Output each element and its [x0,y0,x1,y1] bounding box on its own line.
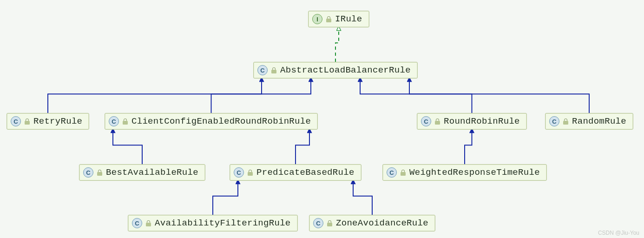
class-icon: C [83,167,93,178]
node-label: AbstractLoadBalancerRule [280,65,411,75]
node-label: BestAvailableRule [106,167,198,178]
edge-alb-to-irule [335,28,339,62]
lock-icon [271,67,276,73]
node-label: RandomRule [572,116,626,126]
node-pbr[interactable]: CPredicateBasedRule [230,164,361,181]
node-label: WeightedResponseTimeRule [409,167,540,178]
edge-random-to-alb [360,79,589,113]
node-label: PredicateBasedRule [256,167,355,178]
class-icon: C [11,116,21,126]
node-label: RetryRule [33,116,82,126]
node-label: ClientConfigEnabledRoundRobinRule [131,116,311,126]
node-random[interactable]: CRandomRule [545,113,633,130]
node-label: AvailabilityFilteringRule [155,218,291,228]
lock-icon [326,16,331,22]
lock-icon [97,170,102,176]
lock-icon [248,170,253,176]
node-retry[interactable]: CRetryRule [7,113,89,130]
edge-rrr-to-alb [409,79,472,113]
node-afr[interactable]: CAvailabilityFilteringRule [128,215,298,231]
edge-ccerr-to-alb [211,79,311,113]
watermark: CSDN @Jiu-You [598,230,639,236]
class-icon: C [132,218,142,228]
edge-wrtr-to-rrr [465,131,472,164]
lock-icon [123,119,128,125]
class-icon: C [109,116,119,126]
node-label: IRule [335,14,362,24]
lock-icon [563,119,568,125]
class-icon: C [257,65,268,75]
class-icon: C [313,218,323,228]
node-rrr[interactable]: CRoundRobinRule [417,113,527,130]
node-label: RoundRobinRule [444,116,520,126]
class-icon: C [234,167,244,178]
lock-icon [401,170,406,176]
lock-icon [435,119,440,125]
interface-icon: I [312,14,322,24]
edge-zar-to-pbr [353,182,372,215]
node-ccerr[interactable]: CClientConfigEnabledRoundRobinRule [105,113,318,130]
lock-icon [146,220,151,226]
node-wrtr[interactable]: CWeightedResponseTimeRule [382,164,547,181]
node-alb[interactable]: CAbstractLoadBalancerRule [253,62,418,79]
edge-afr-to-pbr [213,182,238,215]
node-zar[interactable]: CZoneAvoidanceRule [309,215,435,231]
lock-icon [25,119,30,125]
diagram-canvas: CSDN @Jiu-You IIRuleCAbstractLoadBalance… [0,0,644,238]
class-icon: C [387,167,397,178]
node-bar[interactable]: CBestAvailableRule [79,164,205,181]
edge-bar-to-ccerr [113,131,142,164]
class-icon: C [549,116,559,126]
class-icon: C [421,116,431,126]
edge-pbr-to-ccerr [296,131,309,164]
node-irule[interactable]: IIRule [308,11,369,27]
node-label: ZoneAvoidanceRule [336,218,428,228]
edge-retry-to-alb [48,79,262,113]
lock-icon [327,220,332,226]
